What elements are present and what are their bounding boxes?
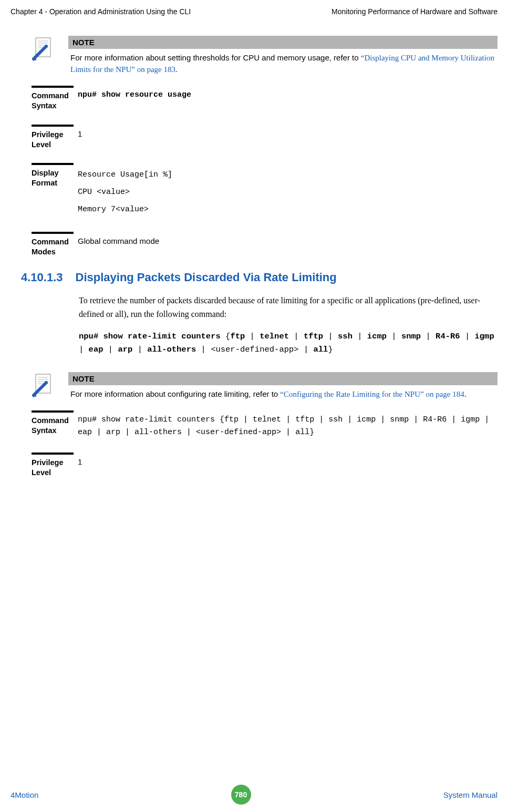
cmd-part: eap [78, 428, 92, 437]
privilege-level-value: 1 [78, 125, 497, 140]
note-text-suffix: . [464, 389, 466, 398]
def-row-display-format: Display Format Resource Usage[in %] CPU … [32, 163, 497, 218]
note-text-suffix: . [175, 65, 178, 74]
cmd-part: tftp [295, 415, 314, 424]
command-modes-label: Command Modes [32, 237, 74, 257]
cmd-part: | [239, 415, 253, 424]
privilege-level-label: Privilege Level [32, 458, 74, 478]
note-label: NOTE [68, 372, 497, 385]
command-syntax-label: Command Syntax [32, 416, 74, 436]
note-block: NOTE For more information about setting … [32, 36, 497, 75]
cmd-part: | [323, 332, 338, 341]
note-content: NOTE For more information about configur… [68, 372, 497, 400]
cmd-part: | [245, 332, 260, 341]
cmd-part: tftp [304, 332, 323, 341]
cmd-part: snmp [401, 332, 421, 341]
note-content: NOTE For more information about setting … [68, 36, 497, 75]
footer-right: System Manual [443, 790, 497, 799]
cmd-part: arp [106, 428, 120, 437]
note-text: For more information about setting thres… [68, 52, 497, 75]
cmd-part: | <user-defined-app> | [182, 428, 295, 437]
note-icon [32, 372, 58, 398]
cmd-part: all [314, 345, 328, 354]
page-header: Chapter 4 - Operation and Administration… [0, 0, 508, 20]
cmd-part: | [79, 345, 89, 354]
def-label-wrap: Command Syntax [32, 410, 74, 436]
cmd-part: | [480, 415, 489, 424]
cmd-part: npu# show rate-limit counters [78, 415, 215, 424]
cmd-part: | [376, 415, 390, 424]
cmd-part: all-others [147, 345, 196, 354]
note-text-prefix: For more information about setting thres… [70, 53, 361, 62]
header-right: Monitoring Performance of Hardware and S… [331, 7, 497, 16]
cmd-part: snmp [390, 415, 409, 424]
page-number-badge: 780 [231, 785, 251, 805]
note-block: NOTE For more information about configur… [32, 372, 497, 400]
cmd-part: all [295, 428, 309, 437]
cmd-part: | [387, 332, 401, 341]
definition-section: Command Syntax npu# show rate-limit coun… [32, 410, 497, 478]
cmd-part: | [409, 415, 423, 424]
cmd-part: icmp [357, 415, 376, 424]
command-syntax-label: Command Syntax [32, 91, 74, 111]
note-link[interactable]: “Configuring the Rate Limiting for the N… [280, 390, 464, 398]
note-icon [32, 36, 58, 62]
command-syntax-value: npu# show resource usage [78, 86, 497, 101]
body-paragraph: To retrieve the number of packets discar… [79, 294, 497, 321]
header-left: Chapter 4 - Operation and Administration… [11, 7, 191, 16]
cmd-part: | [314, 415, 328, 424]
cmd-part: telnet [260, 332, 289, 341]
privilege-level-value: 1 [78, 453, 497, 468]
cmd-part: ssh [328, 415, 343, 424]
cmd-part: | [92, 428, 106, 437]
def-row-privilege-level: Privilege Level 1 [32, 453, 497, 478]
cmd-part: } [309, 428, 314, 437]
command-modes-value: Global command mode [78, 232, 497, 248]
display-format-value: Resource Usage[in %] CPU <value> Memory … [78, 163, 497, 218]
def-row-command-modes: Command Modes Global command mode [32, 232, 497, 257]
section-number: 4.10.1.3 [21, 271, 63, 284]
display-format-line: CPU <value> [78, 183, 497, 201]
command-syntax-value: npu# show rate-limit counters {ftp | tel… [78, 410, 497, 439]
section-title: Displaying Packets Discarded Via Rate Li… [76, 271, 337, 284]
cmd-part: | [353, 332, 367, 341]
cmd-part: R4-R6 [423, 415, 447, 424]
cmd-part: telnet [253, 415, 281, 424]
cmd-part: | [289, 332, 304, 341]
cmd-part: | [343, 415, 357, 424]
note-label: NOTE [68, 36, 497, 49]
cmd-part: icmp [367, 332, 387, 341]
def-label-wrap: Display Format [32, 163, 74, 188]
cmd-part: | [120, 428, 134, 437]
note-text-prefix: For more information about configuring r… [70, 389, 280, 398]
def-label-wrap: Privilege Level [32, 453, 74, 478]
cmd-part: { [220, 415, 224, 424]
cmd-part: igmp [461, 415, 480, 424]
cmd-part: | <user-defined-app> | [196, 345, 313, 354]
def-label-wrap: Command Syntax [32, 86, 74, 111]
page-content: NOTE For more information about setting … [0, 36, 508, 478]
def-row-privilege-level: Privilege Level 1 [32, 125, 497, 150]
cmd-part: | [421, 332, 436, 341]
def-row-command-syntax: Command Syntax npu# show resource usage [32, 86, 497, 111]
display-format-label: Display Format [32, 168, 74, 188]
cmd-part: | [281, 415, 295, 424]
cmd-part: igmp [475, 332, 494, 341]
display-format-line: Memory 7<value> [78, 201, 497, 218]
cmd-part: ssh [338, 332, 353, 341]
display-format-line: Resource Usage[in %] [78, 166, 497, 183]
def-row-command-syntax: Command Syntax npu# show rate-limit coun… [32, 410, 497, 439]
page-footer: 4Motion 780 System Manual [0, 785, 508, 805]
cmd-part: | [447, 415, 461, 424]
def-label-wrap: Command Modes [32, 232, 74, 257]
cmd-part: all-others [134, 428, 182, 437]
cmd-part: { [225, 332, 230, 341]
cmd-part: arp [118, 345, 132, 354]
cmd-part: ftp [224, 415, 239, 424]
cmd-part: } [328, 345, 333, 354]
definition-section: Command Syntax npu# show resource usage … [32, 86, 497, 257]
section-heading: 4.10.1.3 Displaying Packets Discarded Vi… [21, 271, 497, 284]
def-label-wrap: Privilege Level [32, 125, 74, 150]
cmd-part: R4-R6 [436, 332, 460, 341]
cmd-part: | [103, 345, 118, 354]
